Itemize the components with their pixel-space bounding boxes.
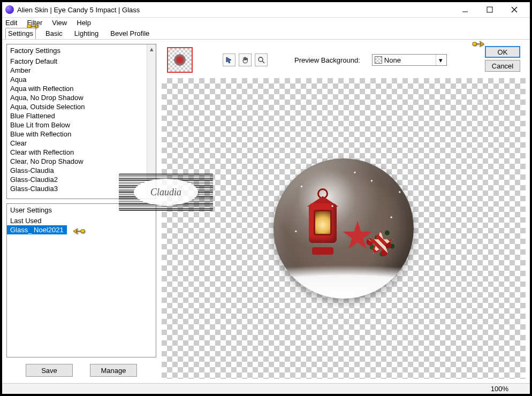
tab-basic[interactable]: Basic <box>43 28 65 39</box>
menu-filter[interactable]: Filter <box>27 19 42 27</box>
svg-point-5 <box>259 57 263 62</box>
statusbar: 100% <box>2 383 530 394</box>
preview-bg-label: Preview Background: <box>294 56 360 64</box>
preview-toolbar: Preview Background: None ▾ <box>162 44 526 76</box>
preview-canvas[interactable] <box>162 78 526 379</box>
preview-bg-value: None <box>384 56 401 64</box>
settings-button-row: Save Manage <box>6 362 156 379</box>
tab-bevel-profile[interactable]: Bevel Profile <box>108 28 151 39</box>
dialog-buttons: OK Cancel <box>485 46 520 72</box>
list-item[interactable]: Glass-Claudia2 <box>7 175 156 184</box>
list-item[interactable]: Aqua, No Drop Shadow <box>7 93 156 102</box>
tool-buttons <box>223 54 268 66</box>
maximize-button[interactable] <box>477 2 502 17</box>
svg-line-6 <box>262 61 264 63</box>
ok-button[interactable]: OK <box>485 46 520 58</box>
factory-settings-list[interactable]: Factory Settings Factory Default Amber A… <box>6 44 156 199</box>
list-item[interactable]: Last Used <box>7 216 156 225</box>
thumbnail[interactable] <box>167 47 193 73</box>
list-item[interactable]: Blue Lit from Below <box>7 120 156 130</box>
menubar: Edit Filter View Help <box>2 18 530 28</box>
pointer-tool-icon[interactable] <box>223 54 235 66</box>
window-controls <box>453 2 527 17</box>
preview-bg-dropdown[interactable]: None ▾ <box>372 54 447 66</box>
list-item[interactable]: Aqua <box>7 75 156 84</box>
tab-lighting[interactable]: Lighting <box>72 28 101 39</box>
zoom-tool-icon[interactable] <box>255 54 268 66</box>
hand-tool-icon[interactable] <box>239 54 252 66</box>
menu-view[interactable]: View <box>52 19 67 27</box>
list-item[interactable]: Aqua, Outside Selection <box>7 102 156 111</box>
factory-header: Factory Settings <box>7 45 156 57</box>
list-item[interactable]: Clear <box>7 139 156 148</box>
settings-panel: Factory Settings Factory Default Amber A… <box>6 44 156 379</box>
zoom-level: 100% <box>491 385 508 393</box>
list-item[interactable]: Aqua with Reflection <box>7 84 156 93</box>
close-button[interactable] <box>502 2 527 17</box>
app-icon <box>5 5 14 14</box>
minimize-button[interactable] <box>453 2 477 17</box>
list-item[interactable]: Clear, No Drop Shadow <box>7 157 156 166</box>
list-item[interactable]: Factory Default <box>7 57 156 66</box>
titlebar: Alien Skin | Eye Candy 5 Impact | Glass <box>2 2 530 18</box>
preview-image <box>273 158 414 299</box>
list-item-selected[interactable]: Glass_ Noel2021 <box>7 225 67 234</box>
list-item[interactable]: Glass-Claudia <box>7 166 156 175</box>
preview-panel: OK Cancel Preview Background: None ▾ <box>162 44 526 379</box>
window-title: Alien Skin | Eye Candy 5 Impact | Glass <box>17 6 453 14</box>
cancel-button[interactable]: Cancel <box>485 60 520 72</box>
app-window: Alien Skin | Eye Candy 5 Impact | Glass … <box>0 0 532 396</box>
tab-settings[interactable]: Settings <box>5 28 36 39</box>
save-button[interactable]: Save <box>26 364 73 377</box>
content-area: Factory Settings Factory Default Amber A… <box>2 40 530 383</box>
user-settings-list[interactable]: User Settings Last Used Glass_ Noel2021 <box>6 203 156 357</box>
transparency-swatch-icon <box>375 56 382 64</box>
user-header: User Settings <box>7 205 156 216</box>
list-item[interactable]: Blue Flattened <box>7 111 156 120</box>
svg-rect-1 <box>487 7 492 12</box>
menu-help[interactable]: Help <box>77 19 91 27</box>
scrollbar[interactable]: ▴ <box>147 44 156 199</box>
list-item[interactable]: Clear with Reflection <box>7 148 156 157</box>
chevron-down-icon: ▾ <box>436 55 445 65</box>
menu-edit[interactable]: Edit <box>5 19 17 27</box>
list-item[interactable]: Blue with Reflection <box>7 130 156 139</box>
scroll-up-icon[interactable]: ▴ <box>147 44 156 54</box>
list-item[interactable]: Amber <box>7 66 156 75</box>
tabbar: Settings Basic Lighting Bevel Profile <box>2 28 530 40</box>
manage-button[interactable]: Manage <box>90 364 137 377</box>
list-item[interactable]: Glass-Claudia3 <box>7 184 156 193</box>
